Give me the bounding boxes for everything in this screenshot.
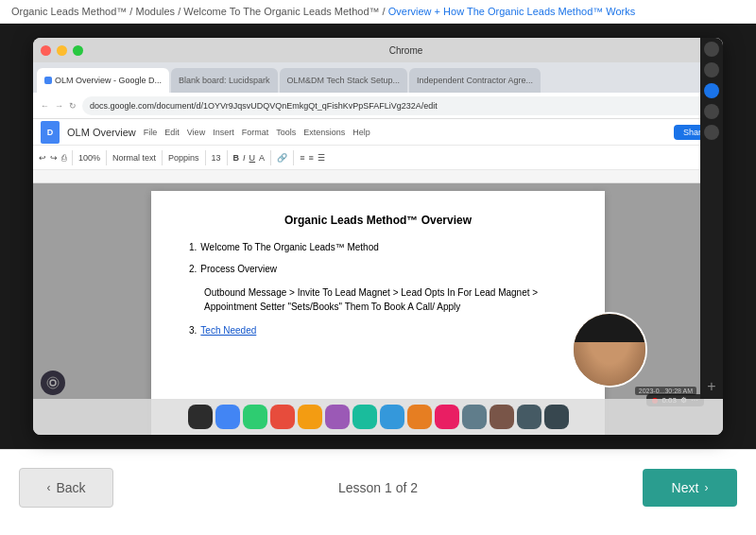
back-button[interactable]: ‹ Back [19, 468, 113, 508]
nav-back-icon[interactable]: ← [41, 101, 49, 111]
print-icon[interactable]: ⎙ [61, 153, 66, 163]
zoom-select[interactable]: 100% [78, 153, 100, 163]
mac-minimize-button[interactable] [57, 45, 67, 56]
list-text-3-link[interactable]: Tech Needed [200, 325, 256, 336]
doc-list-item-3: 3. Tech Needed [189, 325, 567, 336]
mac-fullscreen-button[interactable] [73, 45, 83, 56]
breadcrumb: Organic Leads Method™ / Modules / Welcom… [0, 0, 756, 24]
mac-window: Chrome OLM Overview - Google D... Blank … [33, 38, 723, 435]
mac-title-text: Chrome [96, 45, 715, 56]
dock-icon-1[interactable] [243, 405, 267, 429]
document-ruler [33, 170, 723, 183]
dock-icon-9[interactable] [462, 405, 487, 429]
svg-point-0 [47, 377, 59, 388]
gdocs-document-title[interactable]: OLM Overview [67, 127, 136, 138]
underline-button[interactable]: U [249, 153, 256, 163]
align-center-button[interactable]: ≡ [308, 153, 313, 163]
zoom-icon-5[interactable] [704, 125, 719, 140]
obs-icon [41, 371, 65, 395]
list-num-2: 2. [189, 264, 197, 274]
dock-icon-finder[interactable] [188, 405, 213, 429]
document-title: Organic Leads Method™ Overview [189, 214, 567, 227]
doc-list-item-1: 1. Welcome To The Organic Leads™ Method [189, 242, 567, 252]
document-body: Organic Leads Method™ Overview 1. Welcom… [33, 183, 723, 435]
lesson-counter: Lesson 1 of 2 [338, 480, 418, 495]
breadcrumb-part-1[interactable]: Organic Leads Method™ [11, 6, 127, 17]
video-person-overlay [572, 312, 647, 388]
gdocs-menu-format[interactable]: Format [242, 128, 269, 137]
dock-icon-7[interactable] [407, 405, 432, 429]
dock-icon-11[interactable] [517, 405, 541, 429]
chrome-tab-2[interactable]: Blank board: Lucidspark [171, 68, 278, 93]
zoom-icon-2[interactable] [704, 62, 719, 78]
redo-icon[interactable]: ↪ [50, 153, 58, 163]
url-text: docs.google.com/document/d/1OYVr9JqsvUDQ… [90, 101, 438, 111]
back-button-label: Back [56, 480, 85, 495]
dock-icon-5[interactable] [352, 405, 377, 429]
gdocs-menu-edit[interactable]: Edit [164, 128, 180, 137]
dock-icon-8[interactable] [435, 405, 459, 429]
video-content-area: Chrome OLM Overview - Google D... Blank … [0, 24, 756, 449]
style-select[interactable]: Normal text [112, 153, 156, 163]
chrome-tab-label-1: OLM Overview - Google D... [55, 76, 162, 85]
dock-icon-chrome[interactable] [215, 405, 240, 429]
url-input[interactable]: docs.google.com/document/d/1OYVr9JqsvUDQ… [82, 96, 715, 115]
list-text-1: Welcome To The Organic Leads™ Method [200, 242, 378, 252]
doc-paragraph: Outbound Message > Invite To Lead Magnet… [204, 285, 567, 314]
gdocs-logo-icon: D [41, 121, 60, 144]
list-text-2: Process Overview [200, 264, 277, 274]
list-num-1: 1. [189, 242, 197, 252]
zoom-sidebar: + [700, 38, 723, 399]
gdocs-menu-insert[interactable]: Insert [213, 128, 234, 137]
back-chevron-icon: ‹ [46, 481, 50, 494]
nav-forward-icon[interactable]: → [55, 101, 63, 111]
zoom-icon-3[interactable] [704, 83, 719, 98]
video-person-image [574, 314, 645, 386]
link-button[interactable]: 🔗 [277, 153, 287, 163]
bottom-navigation: ‹ Back Lesson 1 of 2 Next › [0, 449, 756, 525]
mac-titlebar: Chrome [33, 38, 723, 62]
dock-icon-6[interactable] [380, 405, 404, 429]
chrome-tab-active[interactable]: OLM Overview - Google D... [37, 68, 169, 93]
gdocs-menu-bar: File Edit View Insert Format Tools Exten… [144, 128, 370, 137]
reload-icon[interactable]: ↻ [69, 101, 77, 111]
dock-icon-12[interactable] [544, 405, 569, 429]
mac-close-button[interactable] [41, 45, 51, 56]
gdocs-menu-file[interactable]: File [144, 128, 158, 137]
next-button[interactable]: Next › [643, 469, 737, 507]
gdocs-menu-tools[interactable]: Tools [276, 128, 296, 137]
align-left-button[interactable]: ≡ [300, 153, 304, 163]
dock-icon-2[interactable] [270, 405, 295, 429]
breadcrumb-part-2[interactable]: Modules [135, 6, 175, 17]
chrome-tab-4[interactable]: Independent Contractor Agre... [409, 68, 541, 93]
chrome-tab-label-3: OLM&DM Tech Stack Setup... [287, 76, 400, 85]
next-button-label: Next [672, 480, 699, 495]
zoom-icon-4[interactable] [704, 104, 719, 119]
doc-list-item-2: 2. Process Overview [189, 264, 567, 274]
breadcrumb-part-3[interactable]: Welcome To The Organic Leads Method™ [183, 6, 379, 17]
chrome-tab-label-2: Blank board: Lucidspark [179, 76, 270, 85]
zoom-icon-1[interactable] [704, 42, 719, 57]
dock-icon-4[interactable] [325, 405, 350, 429]
font-select[interactable]: Poppins [168, 153, 199, 163]
gdocs-menu-extensions[interactable]: Extensions [303, 128, 345, 137]
gdocs-menu-view[interactable]: View [187, 128, 205, 137]
list-num-3: 3. [189, 325, 197, 336]
zoom-add-icon[interactable]: + [707, 378, 715, 395]
bold-button[interactable]: B [233, 153, 240, 163]
text-color-button[interactable]: A [259, 153, 265, 163]
dock-icon-10[interactable] [490, 405, 514, 429]
undo-icon[interactable]: ↩ [39, 153, 46, 163]
list-button[interactable]: ☰ [318, 153, 325, 163]
gdocs-format-bar: ↩ ↪ ⎙ 100% Normal text Poppins 13 B I U … [33, 146, 723, 170]
address-bar: ← → ↻ docs.google.com/document/d/1OYVr9J… [33, 93, 723, 119]
dock-icon-3[interactable] [298, 405, 322, 429]
next-chevron-icon: › [704, 481, 708, 494]
italic-button[interactable]: I [243, 153, 246, 163]
gdocs-menu-help[interactable]: Help [352, 128, 370, 137]
font-size-select[interactable]: 13 [212, 153, 221, 163]
chrome-tab-3[interactable]: OLM&DM Tech Stack Setup... [280, 68, 407, 93]
gdocs-toolbar-top: D OLM Overview File Edit View Insert For… [33, 119, 723, 146]
tab-favicon [44, 77, 52, 84]
breadcrumb-part-4-active: Overview + How The Organic Leads Method™… [388, 6, 636, 17]
